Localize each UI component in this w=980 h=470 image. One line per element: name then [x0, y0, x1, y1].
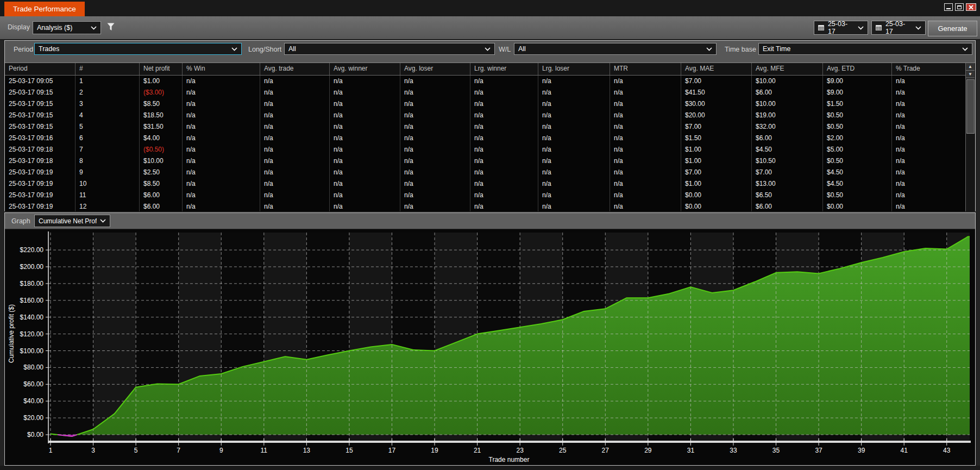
table-row[interactable]: 25-03-17 09:153$8.50n/an/an/an/an/an/an/…	[5, 98, 975, 110]
table-cell: n/a	[538, 201, 610, 211]
header-cell[interactable]: MTR	[610, 63, 681, 75]
table-cell: $1.00	[681, 144, 752, 155]
table-row[interactable]: 25-03-17 09:051$1.00n/an/an/an/an/an/an/…	[5, 76, 975, 87]
tab-trade-performance[interactable]: Trade Performance	[4, 2, 85, 16]
table-cell: n/a	[892, 87, 975, 98]
display-dropdown[interactable]: Analysis ($)	[33, 21, 101, 34]
generate-button[interactable]: Generate	[928, 21, 977, 36]
table-cell: n/a	[538, 167, 610, 178]
table-cell: $20.00	[681, 110, 752, 121]
table-row[interactable]: 25-03-17 09:1912$6.00n/an/an/an/an/an/an…	[5, 201, 975, 211]
table-cell: n/a	[400, 178, 470, 190]
timebase-dropdown[interactable]: Exit Time	[758, 43, 972, 55]
chevron-down-icon	[100, 219, 106, 223]
scroll-up-button[interactable]: ▲	[966, 63, 975, 71]
longshort-dropdown[interactable]: All	[284, 43, 495, 55]
close-button[interactable]	[966, 3, 976, 11]
table-cell: $7.00	[752, 167, 823, 178]
svg-text:39: 39	[858, 447, 865, 454]
header-cell[interactable]: Avg. MAE	[681, 63, 752, 75]
header-cell[interactable]: Avg. MFE	[752, 63, 823, 75]
table-scrollbar[interactable]: ▲ ▼	[965, 63, 975, 211]
table-cell: n/a	[260, 190, 330, 201]
table-cell: n/a	[183, 110, 260, 121]
minimize-button[interactable]	[944, 3, 953, 11]
table-cell: n/a	[470, 110, 538, 121]
table-cell: $4.50	[752, 144, 823, 155]
header-cell[interactable]: Avg. winner	[330, 63, 400, 75]
table-row[interactable]: 25-03-17 09:1911$6.00n/an/an/an/an/an/an…	[5, 190, 975, 201]
table-cell: $0.50	[823, 121, 892, 133]
table-cell: n/a	[260, 133, 330, 144]
table-row[interactable]: 25-03-17 09:199$2.50n/an/an/an/an/an/an/…	[5, 167, 975, 178]
table-row[interactable]: 25-03-17 09:187($0.50)n/an/an/an/an/an/a…	[5, 144, 975, 155]
header-cell[interactable]: Net profit	[140, 63, 183, 75]
table-cell: n/a	[892, 76, 975, 87]
header-cell[interactable]: % Win	[183, 63, 260, 75]
svg-text:7: 7	[177, 447, 180, 454]
svg-text:11: 11	[261, 447, 268, 454]
table-cell: $1.00	[681, 178, 752, 190]
scroll-down-button[interactable]: ▼	[966, 71, 975, 78]
table-cell: n/a	[183, 133, 260, 144]
chevron-down-icon	[858, 26, 864, 30]
table-cell: 4	[76, 110, 140, 121]
table-cell: $1.50	[681, 133, 752, 144]
header-cell[interactable]: Avg. trade	[260, 63, 330, 75]
table-cell: 9	[76, 167, 140, 178]
table-row[interactable]: 25-03-17 09:188$10.00n/an/an/an/an/an/an…	[5, 155, 975, 167]
header-cell[interactable]: Period	[5, 63, 76, 75]
minimize-icon	[946, 8, 951, 9]
maximize-icon	[957, 5, 962, 9]
table-cell: n/a	[400, 76, 470, 87]
date-to-picker[interactable]: 25-03-17	[871, 21, 926, 35]
table-cell: $1.00	[681, 155, 752, 167]
trade-performance-window: Trade Performance Display Analysis ($) 2…	[0, 0, 980, 470]
table-cell: $9.00	[823, 87, 892, 98]
table-cell: $1.00	[140, 76, 183, 87]
table-row[interactable]: 25-03-17 09:1910$8.50n/an/an/an/an/an/an…	[5, 178, 975, 190]
period-dropdown[interactable]: Trades	[34, 43, 242, 55]
wl-dropdown[interactable]: All	[514, 43, 717, 55]
table-body: 25-03-17 09:051$1.00n/an/an/an/an/an/an/…	[5, 76, 975, 211]
table-cell: n/a	[470, 201, 538, 211]
table-cell: $6.00	[752, 87, 823, 98]
table-cell: $6.00	[140, 201, 183, 211]
svg-text:33: 33	[730, 447, 737, 454]
table-cell: n/a	[330, 190, 400, 201]
date-from-picker[interactable]: 25-03-17	[814, 21, 868, 35]
table-cell: n/a	[538, 178, 610, 190]
table-cell: $0.00	[681, 190, 752, 201]
table-cell: $31.50	[140, 121, 183, 133]
maximize-button[interactable]	[955, 3, 964, 11]
table-cell: n/a	[538, 76, 610, 87]
graph-dropdown[interactable]: Cumulative Net Profit	[34, 215, 110, 227]
table-cell: n/a	[892, 167, 975, 178]
funnel-icon[interactable]	[107, 23, 115, 33]
scroll-thumb[interactable]	[966, 79, 975, 134]
wl-value: All	[518, 45, 526, 53]
table-cell: n/a	[183, 201, 260, 211]
table-cell: $10.00	[140, 155, 183, 167]
date-to-value: 25-03-17	[885, 20, 908, 35]
header-cell[interactable]: Lrg. loser	[538, 63, 610, 75]
table-row[interactable]: 25-03-17 09:166$4.00n/an/an/an/an/an/an/…	[5, 133, 975, 144]
table-row[interactable]: 25-03-17 09:152($3.00)n/an/an/an/an/an/a…	[5, 87, 975, 98]
header-cell[interactable]: % Trade	[892, 63, 975, 75]
table-cell: n/a	[470, 190, 538, 201]
table-cell: n/a	[260, 167, 330, 178]
header-cell[interactable]: #	[76, 63, 140, 75]
table-cell: 12	[76, 201, 140, 211]
table-row[interactable]: 25-03-17 09:155$31.50n/an/an/an/an/an/an…	[5, 121, 975, 133]
table-row[interactable]: 25-03-17 09:154$18.50n/an/an/an/an/an/an…	[5, 110, 975, 121]
table-cell: 5	[76, 121, 140, 133]
svg-text:$220.00: $220.00	[20, 246, 44, 254]
header-cell[interactable]: Avg. ETD	[823, 63, 892, 75]
svg-text:$0.00: $0.00	[27, 431, 43, 438]
header-cell[interactable]: Avg. loser	[400, 63, 470, 75]
table-cell: n/a	[400, 167, 470, 178]
header-cell[interactable]: Lrg. winner	[470, 63, 538, 75]
graph-value: Cumulative Net Profit	[39, 217, 97, 225]
x-axis-label: Trade number	[489, 456, 530, 463]
table-cell: n/a	[400, 110, 470, 121]
